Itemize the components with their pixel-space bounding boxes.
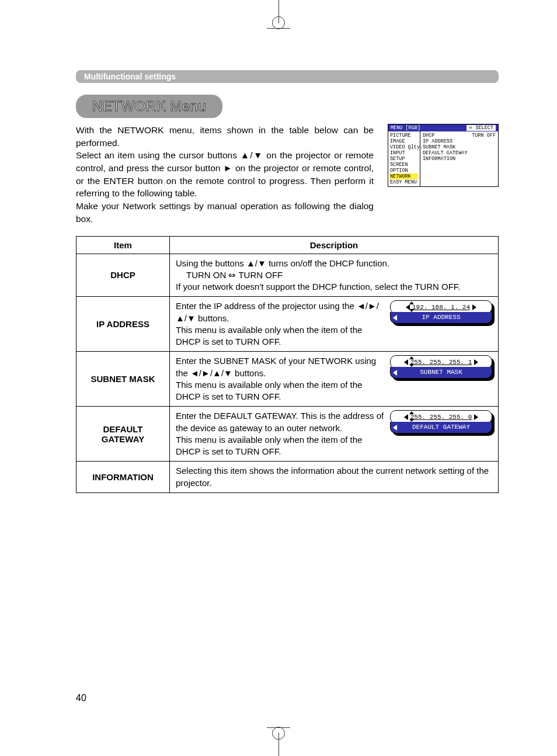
osd-left-item: OPTION [390,168,418,174]
item-gateway: DEFAULT GATEWAY [76,407,170,462]
desc-text: Selecting this item shows the informatio… [170,462,499,493]
table-head-item: Item [76,236,170,254]
popup-value: 255. 255. 255. 0 [410,414,472,421]
popup-gateway: 255. 255. 255. 0 DEFAULT GATEWAY [390,410,492,434]
osd-left-item: EASY MENU [390,179,418,185]
arrow-right-icon [474,359,478,365]
crop-circle-bottom [272,727,285,740]
toggle-text: TURN ON ⇔ TURN OFF [176,269,492,281]
item-ip: IP ADDRESS [76,297,170,352]
osd-left-item: IMAGE [390,138,418,144]
settings-table: Item Description DHCP Using the buttons … [76,236,499,493]
desc-text: Enter the IP address of the projector us… [176,300,384,324]
desc-text: This menu is available only when the ite… [176,434,384,458]
desc-text: This menu is available only when the ite… [176,379,384,403]
arrow-left-icon [404,359,408,365]
intro-p1: With the NETWORK menu, items shown in th… [76,125,374,148]
section-header: Multifunctional settings [76,70,499,83]
osd-left-item: SETUP [390,156,418,162]
item-dhcp: DHCP [76,254,170,297]
page-number: 40 [76,693,86,703]
osd-left-item: INPUT [390,150,418,156]
page-title: NETWORK Menu [76,95,222,118]
popup-label: IP ADDRESS [390,312,492,324]
table-row: DHCP Using the buttons ▲/▼ turns on/off … [76,254,499,297]
popup-label: DEFAULT GATEWAY [390,422,492,434]
desc-text: Using the buttons ▲/▼ turns on/off the D… [176,258,492,269]
table-row: IP ADDRESS Enter the IP address of the p… [76,297,499,352]
table-row: DEFAULT GATEWAY Enter the DEFAULT GATEWA… [76,407,499,462]
osd-select-label: ⟡ SELECT [467,125,496,131]
popup-ip: 192. 168. 1. 24 IP ADDRESS [390,300,492,324]
osd-right-panel: DHCPTURN OFF IP ADDRESS SUBNET MASK DEFA… [420,131,498,186]
arrow-right-icon [472,304,476,310]
intro-text: With the NETWORK menu, items shown in th… [76,124,374,226]
table-row: SUBNET MASK Enter the SUBNET MASK of you… [76,352,499,407]
intro-p3: Make your Network settings by manual ope… [76,201,374,224]
osd-menu-label: MENU [RGB] [391,125,420,131]
arrow-right-icon [474,414,478,420]
osd-left-item-active: NETWORK [390,174,418,179]
osd-left-panel: PICTURE IMAGE VIDEO Qlty. INPUT SETUP SC… [388,131,420,186]
desc-text: Enter the SUBNET MASK of your NETWORK us… [176,355,384,379]
intro-p2: Select an item using the cursor buttons … [76,150,374,198]
table-head-desc: Description [170,236,499,254]
desc-text: Enter the DEFAULT GATEWAY. This is the a… [176,410,384,434]
popup-subnet: 255. 255. 255. 1 SUBNET MASK [390,355,492,379]
osd-right-label: DHCP [423,133,434,138]
osd-right-label: IP ADDRESS [423,138,452,144]
osd-left-item: VIDEO Qlty. [390,144,418,150]
osd-left-item: PICTURE [390,133,418,138]
osd-screenshot: MENU [RGB] ⟡ SELECT PICTURE IMAGE VIDEO … [388,124,499,187]
popup-value: 255. 255. 255. 1 [410,359,472,366]
arrow-left-icon [404,414,408,420]
item-subnet: SUBNET MASK [76,352,170,407]
table-row: INFORMATION Selecting this item shows th… [76,462,499,493]
osd-left-item: SCREEN [390,162,418,168]
osd-right-value: TURN OFF [472,133,496,138]
osd-right-label: INFORMATION [423,156,455,162]
osd-right-label: DEFAULT GATEWAY [423,150,468,156]
popup-value: 192. 168. 1. 24 [412,304,470,311]
desc-text: If your network doesn't support the DHCP… [176,281,492,293]
osd-right-label: SUBNET MASK [423,144,455,150]
item-info: INFORMATION [76,462,170,493]
popup-label: SUBNET MASK [390,367,492,379]
desc-text: This menu is available only when the ite… [176,324,384,348]
